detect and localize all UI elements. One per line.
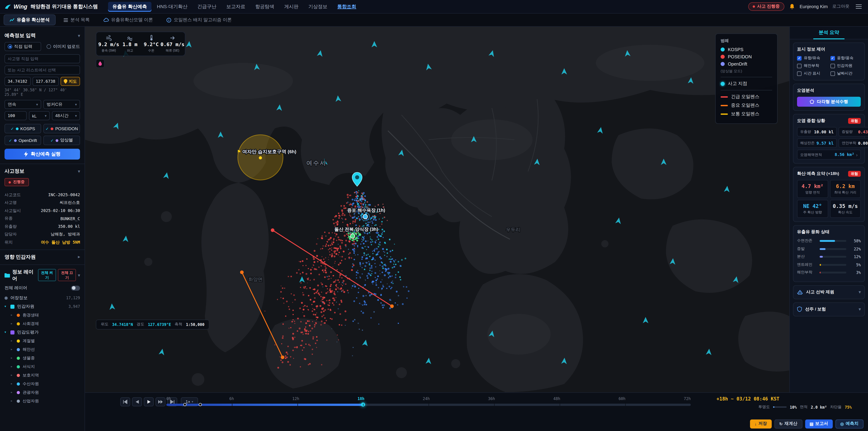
layers-all-on-button[interactable]: 전체 켜기 [38,269,56,281]
nav-item[interactable]: 기상정보 [304,2,332,11]
display-option[interactable]: 풍향/풍속 [830,56,861,61]
layer-group-assessment[interactable]: ▾ 민감도평가 [4,328,80,337]
layers-section-header[interactable]: 정보 레이어 전체 켜기 전체 끄기 ▾ [4,268,80,282]
display-option[interactable]: 민감자원 [830,63,861,69]
model-toggle-button[interactable]: ✓ POSEIDON [43,124,80,133]
play-button[interactable] [144,397,154,406]
oil-type-select[interactable]: 벙커C유 ▾ [43,100,80,109]
polygon-icon [810,99,814,104]
longitude-input[interactable] [33,77,59,86]
radio-image-upload[interactable]: 이미지 업로드 [47,42,80,51]
map-canvas[interactable]: ⚑ 여자만 습지보호구역 (6h) 여수시 화양면 우두리 증포 해수욕장 (1… [85,27,789,392]
timeline-bookmark[interactable] [199,403,202,406]
polygon-analysis-button[interactable]: 다각형 분석수행 [797,97,861,107]
latitude-input[interactable] [4,77,31,86]
tab-spill-analysis[interactable]: 유출유 확산분석 [4,14,56,25]
map-label-farm: 돌산 전복 양식장 (3h) [334,227,378,232]
duration-select[interactable]: 48시간 ▾ [52,111,80,120]
beach-marker[interactable] [363,214,368,219]
checkbox-icon [797,71,802,76]
timeline-tick[interactable]: 12h [292,396,299,401]
opacity-slider[interactable] [773,406,786,408]
timeline-action-button[interactable]: ↓ 저장 [750,419,772,428]
layer-subitem[interactable]: ▸ 사회경제 [4,319,80,328]
timeline-tick[interactable]: 72h [684,396,691,401]
nav-item[interactable]: 유출유 확산예측 [108,2,151,11]
incident-name-input[interactable] [4,54,80,63]
layer-group-sensitive[interactable]: ▾ 민감자원 3,947 [4,302,80,311]
fast-forward-button[interactable] [156,397,165,406]
hamburger-menu-button[interactable] [854,3,864,11]
timeline-tick[interactable]: 36h [488,396,495,401]
nav-item[interactable]: 보고자료 [222,2,250,11]
map-style-button[interactable] [96,59,104,68]
timeline-tick[interactable]: 18h [358,396,365,401]
pick-on-map-button[interactable]: 지도 [61,77,80,86]
unit-select[interactable]: kL ▾ [29,111,50,120]
layer-subitem[interactable]: ▸ 수산자원 [4,379,80,388]
layer-subitem[interactable]: ▸ 산업자원 [4,397,80,405]
model-toggle-button[interactable]: ✓ OpenDrift [4,135,41,145]
panel-title[interactable]: 분석 요약 [813,27,844,39]
layer-subitem[interactable]: ▸ 생물종 [4,354,80,362]
layer-subitem[interactable]: ▸ 서식지 [4,362,80,371]
timeline-tick[interactable]: 24h [423,396,430,401]
layer-subitem[interactable]: ▸ 환경생태 [4,311,80,319]
skip-start-button[interactable] [120,397,130,406]
timeline-stats: 투명도 10% 면적 2.0 km² 차단율 75% [758,404,852,410]
timeline-tick[interactable]: 6h [229,396,234,401]
layer-subitem[interactable]: ▸ 계절별 [4,337,80,345]
predict-section-header[interactable]: 예측정보 입력 ▾ [4,32,80,39]
nav-item[interactable]: 긴급구난 [193,2,221,11]
owner-insurance-section[interactable]: 선주 / 보험 ▾ [793,302,865,316]
display-option[interactable]: 날짜시간 [830,71,861,76]
display-option[interactable]: 시간 표시 [797,71,828,76]
display-option[interactable]: 유향/유속 [797,56,828,61]
timeline-bookmark[interactable] [183,403,186,406]
logout-link[interactable]: 로그아웃 [832,4,849,9]
incident-section-header[interactable]: 사고정보 ▾ [4,168,80,175]
notification-bell-button[interactable] [789,3,795,10]
amount-input[interactable] [4,111,27,120]
timeline-action-button[interactable]: ◎ 예측치 [835,419,864,428]
layer-item-fishery[interactable]: 어장정보 17,129 [4,294,80,302]
spill-mode-select[interactable]: 연속 ▾ [4,100,41,109]
run-prediction-button[interactable]: 확산예측 실행 [4,149,80,160]
tab-boom-theory[interactable]: 오일펜스 배치 알고리즘 이론 [161,14,238,25]
forecast-stat-cell: 0.35 m/s 확산 속도 [830,200,861,218]
radio-direct-input[interactable]: 직접 입력 [4,42,41,51]
nav-item[interactable]: HNS·대기확산 [152,2,192,11]
timeline-tick[interactable]: 0h [166,396,171,401]
layer-subitem[interactable]: ▸ 해안선 [4,345,80,354]
model-toggle-button[interactable]: ✓ 앙상블 [43,135,80,145]
display-option[interactable]: 해안부착 [797,63,828,69]
timeline-track[interactable] [166,403,691,406]
impact-section-header[interactable]: 영향 민감자원 ▸ [4,253,80,260]
ship-spec-section[interactable]: 사고 선박 제원 ▾ [793,285,865,299]
nav-item[interactable]: 게시판 [280,2,303,11]
farm-marker[interactable] [350,234,355,239]
tab-analysis-list[interactable]: 분석 목록 [57,14,96,25]
weather-wind: 9.2 m/s 풍속 (SW) [98,35,119,53]
nav-item[interactable]: 통합조회 [333,2,361,11]
legend-model-item: POSEIDON [721,54,772,59]
app-root: Wing 해양환경 위기대응 통합시스템 유출유 확산예측 HNS·대기확산 긴… [0,0,868,431]
polluted-area-row[interactable]: 오염해역면적 8.56 km² › [797,150,861,160]
layers-all-off-button[interactable]: 전체 끄기 [58,269,76,281]
incident-info-row: 사고일시 2025-02-10 06:30 [4,208,80,214]
model-toggle-button[interactable]: ✓ KOSPS [4,124,41,133]
timeline-tick[interactable]: 60h [618,396,625,401]
layer-subitem[interactable]: ▸ 보호지역 [4,371,80,379]
master-layer-toggle[interactable] [71,285,80,290]
current-arrow-icon [169,35,176,41]
timeline-tick[interactable]: 48h [553,396,560,401]
incident-list-input[interactable] [4,65,80,74]
timeline-action-button[interactable]: ↻ 재계산 [774,419,802,428]
weather-temp: 9.2°C 수온 [141,35,162,53]
incident-status-badge[interactable]: 사고 진행중 [748,2,784,11]
timeline-action-button[interactable]: ▤ 보고서 [805,419,833,428]
tab-model-theory[interactable]: 유출유확산모델 이론 [97,14,159,25]
layer-subitem[interactable]: ▸ 관광자원 [4,388,80,397]
nav-item[interactable]: 항공탐색 [251,2,279,11]
step-back-button[interactable] [132,397,142,406]
